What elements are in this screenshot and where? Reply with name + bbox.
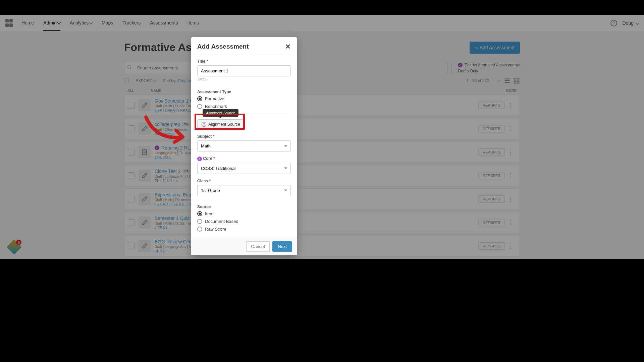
modal-backdrop bbox=[0, 15, 644, 259]
title-label: Title * bbox=[197, 59, 291, 64]
close-icon[interactable]: ✕ bbox=[285, 43, 291, 51]
gear-icon bbox=[202, 122, 206, 127]
radio-item[interactable]: Item bbox=[197, 211, 291, 216]
alignment-tooltip: Alignment Source bbox=[203, 109, 238, 117]
radio-document[interactable]: Document Based bbox=[197, 219, 291, 224]
radio-benchmark[interactable]: Benchmark bbox=[197, 104, 291, 109]
radio-formative[interactable]: Formative bbox=[197, 96, 291, 101]
source-label: Source bbox=[197, 204, 291, 209]
modal-title: Add Assessment bbox=[197, 43, 249, 50]
char-count: 13/255 bbox=[197, 77, 291, 81]
cancel-button[interactable]: Cancel bbox=[246, 241, 270, 252]
alignment-source-button[interactable]: Alignment Source bbox=[197, 119, 245, 129]
assessment-type-label: Assessment Type bbox=[197, 89, 291, 94]
subject-select[interactable]: Math bbox=[197, 140, 291, 152]
subject-label: Subject * bbox=[197, 134, 291, 139]
title-input[interactable] bbox=[197, 65, 291, 76]
class-label: Class * bbox=[197, 179, 291, 183]
radio-raw[interactable]: Raw Score bbox=[197, 227, 291, 232]
class-select[interactable]: 1st Grade bbox=[197, 185, 291, 196]
core-select[interactable]: CCSS: Traditional bbox=[197, 163, 291, 174]
add-assessment-modal: Add Assessment ✕ Title * 13/255 Assessme… bbox=[191, 37, 297, 255]
next-button[interactable]: Next bbox=[272, 241, 292, 252]
core-label: ✓ Core * bbox=[197, 156, 291, 161]
